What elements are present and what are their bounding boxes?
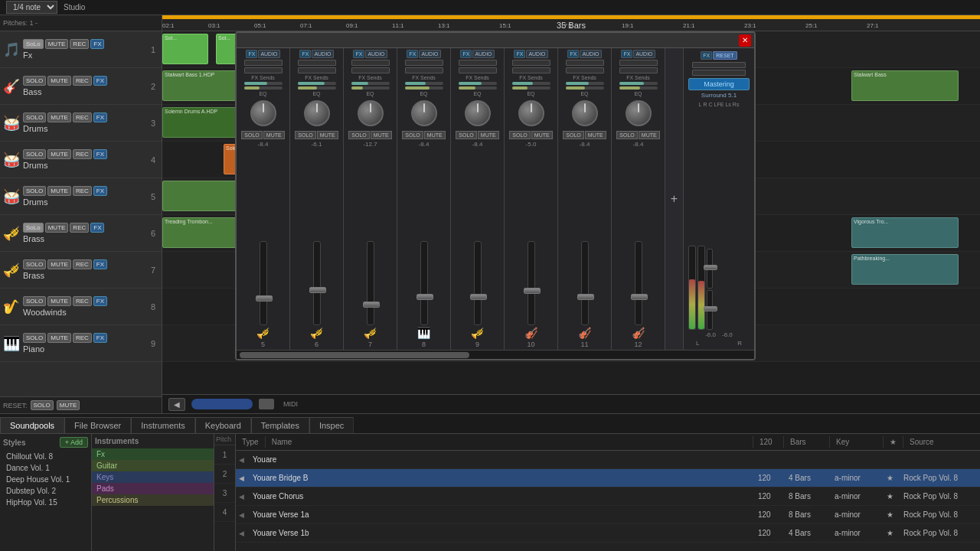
- ch9-send-1[interactable]: [459, 82, 497, 85]
- ch8-dropdown-1[interactable]: [405, 60, 443, 66]
- ch11-send-2[interactable]: [566, 86, 604, 90]
- instrument-guitar[interactable]: Guitar: [92, 460, 214, 471]
- ch6-audio-btn[interactable]: AUDIO: [312, 50, 333, 58]
- reset-solo-button[interactable]: SOLO: [31, 400, 54, 410]
- tab-templates[interactable]: Templates: [251, 417, 309, 433]
- browser-row-2[interactable]: ◀ Youare Chorus 120 8 Bars a-minor ★ Roc…: [236, 487, 980, 506]
- rec-button-1[interactable]: REC: [70, 39, 89, 49]
- instrument-fx[interactable]: Fx: [92, 448, 214, 460]
- clip-7-1[interactable]: Pathbreaking...: [851, 254, 959, 285]
- ch5-solo-btn[interactable]: SOLO: [241, 131, 262, 139]
- master-fader-R[interactable]: [707, 290, 713, 330]
- ch12-fader-thumb[interactable]: [631, 294, 648, 300]
- ch12-solo-btn[interactable]: SOLO: [616, 131, 637, 139]
- solo-button-1[interactable]: SoLo: [23, 39, 44, 49]
- ch9-fx-btn[interactable]: FX: [460, 50, 472, 58]
- ch11-dropdown-1[interactable]: [566, 60, 604, 66]
- fx-button-6[interactable]: FX: [90, 223, 104, 233]
- ch12-audio-btn[interactable]: AUDIO: [633, 50, 655, 58]
- ch8-fader-thumb[interactable]: [416, 294, 433, 300]
- solo-button-7[interactable]: SOLO: [23, 259, 46, 269]
- ch5-send-2[interactable]: [244, 86, 283, 90]
- solo-button-5[interactable]: SOLO: [23, 186, 46, 196]
- solo-button-8[interactable]: SOLO: [23, 296, 46, 306]
- ch12-dropdown-1[interactable]: [619, 60, 658, 66]
- instrument-pads[interactable]: Pads: [92, 483, 214, 494]
- rec-button-7[interactable]: REC: [73, 259, 92, 269]
- ch6-fx-btn[interactable]: FX: [299, 50, 311, 58]
- ch7-send-1[interactable]: [351, 82, 390, 85]
- ch7-send-2[interactable]: [351, 86, 390, 90]
- ch7-fx-btn[interactable]: FX: [353, 50, 364, 58]
- ch11-solo-btn[interactable]: SOLO: [563, 131, 583, 139]
- ch10-mute-btn[interactable]: MUTE: [531, 131, 553, 139]
- ch9-dropdown-1[interactable]: [459, 60, 497, 66]
- ch9-dropdown-2[interactable]: [459, 67, 497, 73]
- ch12-knob[interactable]: [626, 100, 652, 126]
- ch10-knob[interactable]: [518, 100, 544, 126]
- ch9-fader-thumb[interactable]: [470, 294, 487, 300]
- fx-button-4[interactable]: FX: [93, 149, 107, 159]
- master-fader-R-thumb[interactable]: [704, 306, 717, 311]
- rec-button-9[interactable]: REC: [73, 333, 92, 343]
- fx-button-5[interactable]: FX: [93, 186, 107, 196]
- ch8-send-2[interactable]: [405, 86, 443, 90]
- ch9-solo-btn[interactable]: SOLO: [456, 131, 476, 139]
- ch11-fx-btn[interactable]: FX: [567, 50, 579, 58]
- ch8-knob[interactable]: [411, 100, 437, 126]
- ch7-fader-thumb[interactable]: [363, 302, 380, 308]
- ch5-send-1[interactable]: [244, 82, 283, 85]
- reset-mute-button[interactable]: MUTE: [57, 400, 80, 410]
- browser-row-0[interactable]: ◀ Youare: [236, 451, 980, 469]
- ch5-audio-btn[interactable]: AUDIO: [258, 50, 279, 58]
- ch9-audio-btn[interactable]: AUDIO: [472, 50, 494, 58]
- rec-button-3[interactable]: REC: [73, 112, 92, 122]
- master-dropdown-2[interactable]: [692, 70, 746, 76]
- tab-soundpools[interactable]: Soundpools: [0, 417, 64, 433]
- rec-button-2[interactable]: REC: [73, 76, 92, 86]
- mixer-close-button[interactable]: ✕: [739, 34, 751, 47]
- ch5-dropdown-2[interactable]: [244, 67, 283, 73]
- style-item-0[interactable]: Chillout Vol. 8: [3, 451, 88, 462]
- master-reset-btn[interactable]: RESET: [713, 51, 737, 60]
- ch5-fx-btn[interactable]: FX: [246, 50, 257, 58]
- solo-button-3[interactable]: SOLO: [23, 112, 46, 122]
- ch11-mute-btn[interactable]: MUTE: [585, 131, 606, 139]
- solo-button-9[interactable]: SOLO: [23, 333, 46, 343]
- solo-button-6[interactable]: SoLo: [23, 223, 44, 233]
- ch8-send-1[interactable]: [405, 82, 443, 85]
- style-item-3[interactable]: Dubstep Vol. 2: [3, 485, 88, 497]
- mute-button-2[interactable]: MUTE: [47, 76, 71, 86]
- mute-button-7[interactable]: MUTE: [47, 259, 71, 269]
- ch8-fx-btn[interactable]: FX: [407, 50, 418, 58]
- ch6-send-1[interactable]: [298, 82, 336, 85]
- mute-button-4[interactable]: MUTE: [47, 149, 71, 159]
- ch7-audio-btn[interactable]: AUDIO: [365, 50, 387, 58]
- browser-row-4[interactable]: ◀ Youare Verse 1b 120 4 Bars a-minor ★ R…: [236, 524, 980, 543]
- fx-button-1[interactable]: FX: [90, 39, 104, 49]
- ch12-send-1[interactable]: [619, 82, 658, 85]
- ch10-audio-btn[interactable]: AUDIO: [526, 50, 547, 58]
- ch7-mute-btn[interactable]: MUTE: [371, 131, 392, 139]
- ch8-dropdown-2[interactable]: [405, 67, 443, 73]
- tab-file-browser[interactable]: File Browser: [64, 417, 131, 433]
- ch12-dropdown-2[interactable]: [619, 67, 658, 73]
- mute-button-8[interactable]: MUTE: [47, 296, 71, 306]
- ch8-mute-btn[interactable]: MUTE: [424, 131, 446, 139]
- ch6-solo-btn[interactable]: SOLO: [295, 131, 315, 139]
- add-style-button[interactable]: + Add: [60, 437, 88, 448]
- clip-2-4[interactable]: Stalwart Bass: [851, 70, 959, 101]
- tab-inspector[interactable]: Inspec: [309, 417, 354, 433]
- ch10-fader-thumb[interactable]: [524, 288, 541, 294]
- fx-button-3[interactable]: FX: [93, 112, 107, 122]
- ch5-dropdown-1[interactable]: [244, 60, 283, 66]
- instrument-keys[interactable]: Keys: [92, 471, 214, 483]
- surround-label[interactable]: Surround 5.1: [701, 92, 737, 99]
- fx-button-2[interactable]: FX: [93, 76, 107, 86]
- mute-button-1[interactable]: MUTE: [45, 39, 69, 49]
- ch10-dropdown-1[interactable]: [512, 60, 550, 66]
- master-fader-L-thumb[interactable]: [704, 265, 717, 270]
- mute-button-9[interactable]: MUTE: [47, 333, 71, 343]
- mute-button-6[interactable]: MUTE: [45, 223, 69, 233]
- style-item-4[interactable]: HipHop Vol. 15: [3, 497, 88, 508]
